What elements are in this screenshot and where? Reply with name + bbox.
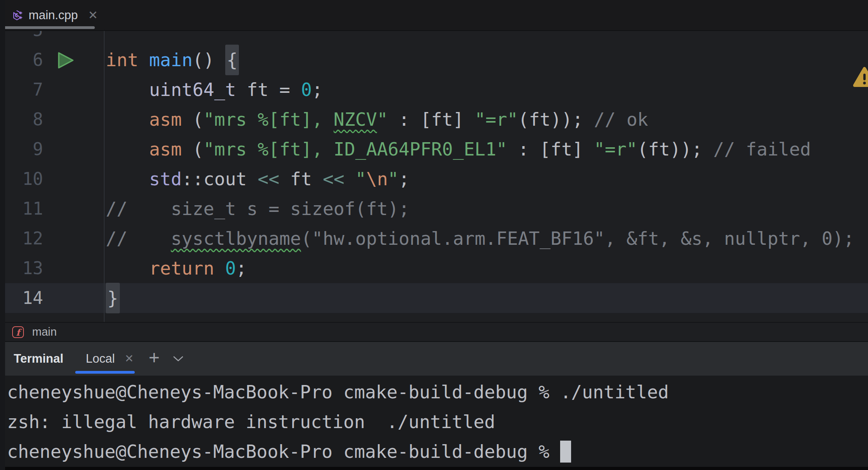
gutter-icon-slot [43,164,104,194]
code-line-9[interactable]: 9 asm ("mrs %[ft], ID_AA64PFR0_EL1" : [f… [0,134,868,164]
line-number[interactable]: 9 [0,134,43,164]
gutter-icon-slot [43,194,104,224]
window-bottom-edge [0,467,868,470]
code-text: asm ("mrs %[ft], ID_AA64PFR0_EL1" : [ft]… [104,134,811,164]
active-tab-indicator [3,26,95,29]
code-text: // sysctlbyname("hw.optional.arm.FEAT_BF… [104,224,854,253]
code-editor[interactable]: 56int main() {7 uint64_t ft = 0;8 asm ("… [0,31,868,322]
code-line-14[interactable]: 14} [0,283,868,313]
line-number[interactable]: 13 [0,253,43,283]
code-line-8[interactable]: 8 asm ("mrs %[ft], NZCV" : [ft] "=r"(ft)… [0,105,868,134]
editor-tab-bar: C main.cpp ✕ [0,0,868,31]
tool-window-title[interactable]: Terminal [14,352,63,366]
terminal-panel-header: Terminal Local ✕ + [0,341,868,376]
gutter-icon-slot [43,75,104,105]
code-text: // size_t s = sizeof(ft); [104,194,409,224]
window-left-edge [0,0,5,470]
terminal-tab-local[interactable]: Local ✕ [86,342,134,376]
run-icon [56,51,75,70]
code-line-11[interactable]: 11// size_t s = sizeof(ft); [0,194,868,224]
line-number[interactable]: 6 [0,45,43,75]
code-line-10[interactable]: 10 std::cout << ft << "\n"; [0,164,868,194]
close-icon[interactable]: ✕ [88,9,98,21]
breadcrumb: f main [0,322,868,341]
cpp-file-icon: C [12,8,23,23]
code-text: uint64_t ft = 0; [104,75,323,105]
line-number[interactable]: 8 [0,105,43,134]
code-text: return 0; [104,253,247,283]
gutter-icon-slot [43,105,104,134]
close-icon[interactable]: ✕ [125,353,134,364]
terminal-cursor [560,441,571,463]
new-terminal-button[interactable]: + [148,348,159,367]
code-text: } [104,283,120,313]
gutter-icon-slot [43,31,104,45]
gutter-icon-slot [43,283,104,313]
line-number[interactable]: 11 [0,194,43,224]
terminal-text: cheneyshue@Cheneys-MacBook-Pro cmake-bui… [0,376,868,466]
gutter-divider [104,31,105,322]
svg-text:C: C [15,12,18,18]
run-button[interactable] [43,45,104,75]
code-line-12[interactable]: 12// sysctlbyname("hw.optional.arm.FEAT_… [0,224,868,253]
gutter-icon-slot [43,253,104,283]
tab-label: main.cpp [29,8,78,22]
code-line-6[interactable]: 6int main() { [0,45,868,75]
code-text: int main() { [104,45,239,75]
code-line-7[interactable]: 7 uint64_t ft = 0; [0,75,868,105]
code-text: std::cout << ft << "\n"; [104,164,410,194]
gutter-icon-slot [43,134,104,164]
tab-main-cpp[interactable]: C main.cpp ✕ [0,0,98,30]
code-line-13[interactable]: 13 return 0; [0,253,868,283]
editor-rows: 56int main() {7 uint64_t ft = 0;8 asm ("… [0,31,868,313]
code-line-5[interactable]: 5 [0,31,868,45]
function-icon: f [12,326,24,338]
breadcrumb-item-main[interactable]: main [32,325,57,338]
gutter-icon-slot [43,224,104,253]
terminal-tab-label: Local [86,352,115,366]
line-number[interactable]: 7 [0,75,43,105]
line-number[interactable]: 12 [0,224,43,253]
line-number[interactable]: 10 [0,164,43,194]
terminal-output[interactable]: cheneyshue@Cheneys-MacBook-Pro cmake-bui… [0,376,868,467]
active-terminal-tab-indicator [75,371,135,374]
warning-icon[interactable] [853,67,868,89]
code-text: asm ("mrs %[ft], NZCV" : [ft] "=r"(ft));… [104,105,648,134]
line-number[interactable]: 5 [0,31,43,45]
line-number[interactable]: 14 [0,283,43,313]
chevron-down-icon[interactable] [172,355,184,362]
